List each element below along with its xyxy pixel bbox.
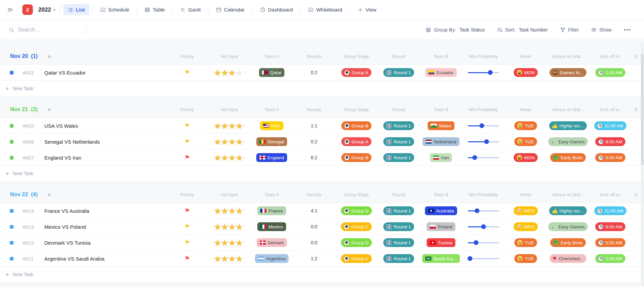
kickoff-cell[interactable]: 2:00 AM [589,68,631,77]
advice-cell[interactable]: Highly rec... [547,206,589,215]
round-cell[interactable]: 1Round 1 [378,206,420,215]
star-empty-icon[interactable]: ★ [235,68,242,77]
priority-flag-icon[interactable]: ⚑ [184,240,190,246]
task-status-checkbox[interactable] [10,140,14,144]
new-task-button[interactable]: + New Task [0,81,644,97]
new-task-button[interactable]: + New Task [0,267,644,283]
star-filled-icon[interactable]: ★ [214,153,221,162]
week-badge[interactable]: TUE [514,121,537,130]
priority-cell[interactable]: ⚑ [166,224,208,230]
priority-flag-icon[interactable]: ⚑ [184,224,190,230]
advice-cell[interactable]: Early Birds [547,238,589,247]
team-b-cell[interactable]: Netherland [420,137,462,146]
slider-handle[interactable] [484,139,489,144]
advice-badge[interactable]: Highly rec... [549,121,586,130]
group-stage-badge[interactable]: Group B [341,121,371,130]
hot-spot-cell[interactable]: ★★★★★ [208,239,251,247]
advice-badge[interactable]: ♥Cherished... [550,254,586,263]
filter-button[interactable]: Filter [560,27,579,33]
team-b-cell[interactable]: Tunisia [420,238,462,247]
slider-handle[interactable] [488,70,493,75]
task-row[interactable]: #012 Denmark VS Tunisia ⚑ ★★★★★ Demark 0… [0,235,644,251]
task-row[interactable]: #011 Argentina VS Saudi Arabia ⚑ ★★★★★ A… [0,251,644,267]
star-rating[interactable]: ★★★★★ [214,239,245,247]
star-filled-icon[interactable]: ★ [214,207,221,215]
results-cell[interactable]: 0:0 [293,240,335,245]
team-b-cell[interactable]: Poland [420,222,462,231]
star-filled-icon[interactable]: ★ [214,122,221,130]
scrollbar-thumb[interactable] [641,54,644,165]
star-filled-icon[interactable]: ★ [214,239,221,247]
team-b-badge[interactable]: Ecuador [425,68,456,77]
kickoff-cell[interactable]: 5:00 AM [589,153,631,162]
week-badge[interactable]: MON [514,153,538,162]
win-probability-slider[interactable] [468,256,499,261]
kickoff-badge[interactable]: 5:00 AM [595,238,625,247]
priority-flag-icon[interactable]: ⚑ [184,69,190,76]
priority-flag-icon[interactable]: ⚑ [184,155,190,161]
team-b-cell[interactable]: Wales [420,121,462,130]
task-row[interactable]: #008 Senegal VS Netherlands ⚑ ★★★★★ Sene… [0,134,644,150]
team-b-badge[interactable]: Saudi Ara... [422,254,460,263]
star-filled-icon[interactable]: ★ [228,254,235,263]
team-a-badge[interactable]: Mexico [257,222,286,231]
hot-spot-cell[interactable]: ★★★★★ [208,223,251,231]
hot-spot-cell[interactable]: ★★★★★ [208,153,251,162]
group-stage-cell[interactable]: Group C [335,254,378,263]
vertical-scrollbar[interactable] [641,41,644,286]
star-rating[interactable]: ★★★★★ [214,223,245,231]
team-a-cell[interactable]: USA [251,121,293,130]
star-filled-icon[interactable]: ★ [228,68,235,77]
priority-cell[interactable]: ⚑ [166,208,208,214]
week-cell[interactable]: TUE [505,254,547,263]
win-probability-slider[interactable] [468,139,499,144]
star-filled-icon[interactable]: ★ [221,254,228,263]
advice-badge[interactable]: Highly rec... [549,206,586,215]
star-filled-icon[interactable]: ★ [228,122,235,130]
advice-cell[interactable]: Easy Games [547,222,589,231]
tab-table[interactable]: Table [140,4,169,15]
star-filled-icon[interactable]: ★ [228,153,235,162]
week-badge[interactable]: TUE [514,238,537,247]
slider-handle[interactable] [472,155,477,160]
slider-handle[interactable] [474,240,478,245]
team-b-cell[interactable]: Saudi Ara... [420,254,462,263]
hot-spot-cell[interactable]: ★★★★★ [208,122,251,130]
slider-handle[interactable] [468,256,472,261]
round-cell[interactable]: 1Round 1 [378,68,420,77]
star-filled-icon[interactable]: ★ [228,138,235,146]
round-cell[interactable]: 1Round 1 [378,153,420,162]
kickoff-badge[interactable]: 2:00 AM [595,254,625,263]
star-rating[interactable]: ★★★★★ [214,138,245,146]
results-cell[interactable]: 1:2 [293,256,335,261]
kickoff-badge[interactable]: 11:00 AM [594,206,626,215]
new-task-button[interactable]: + New Task [0,166,644,182]
results-cell[interactable]: 1:1 [293,123,335,128]
group-stage-badge[interactable]: Group C [341,254,371,263]
week-cell[interactable]: TUE [505,137,547,146]
star-rating[interactable]: ★★★★★ [214,254,245,263]
group-stage-cell[interactable]: Group D [335,238,378,247]
star-filled-icon[interactable]: ★ [235,239,242,247]
round-badge[interactable]: 1Round 1 [383,206,414,215]
win-probability-cell[interactable] [462,155,505,160]
round-badge[interactable]: 1Round 1 [383,238,414,247]
slider-handle[interactable] [479,123,484,128]
priority-cell[interactable]: ⚑ [166,255,208,262]
add-task-icon[interactable]: + [47,53,51,60]
star-filled-icon[interactable]: ★ [221,153,228,162]
star-rating[interactable]: ★★★★★ [214,153,245,162]
kickoff-cell[interactable]: 2:00 AM [589,254,631,263]
round-badge[interactable]: 1Round 1 [383,153,414,162]
win-probability-slider[interactable] [468,70,499,75]
win-probability-cell[interactable] [462,208,505,213]
round-badge[interactable]: 1Round 1 [383,68,414,77]
star-filled-icon[interactable]: ★ [221,223,228,231]
task-row[interactable]: #010 USA VS Wales ⚑ ★★★★★ USA 1:1 Group … [0,118,644,134]
task-row[interactable]: #014 France VS Australia ⚑ ★★★★★ France … [0,203,644,219]
task-row[interactable]: #001 Qatar VS Ecuador ⚑ ★★★★★ Qatar 0:2 … [0,65,644,81]
group-stage-badge[interactable]: Group B [341,153,371,162]
priority-cell[interactable]: ⚑ [166,240,208,246]
advice-cell[interactable]: Games fo... [547,68,589,77]
group-stage-cell[interactable]: Group B [335,121,378,130]
